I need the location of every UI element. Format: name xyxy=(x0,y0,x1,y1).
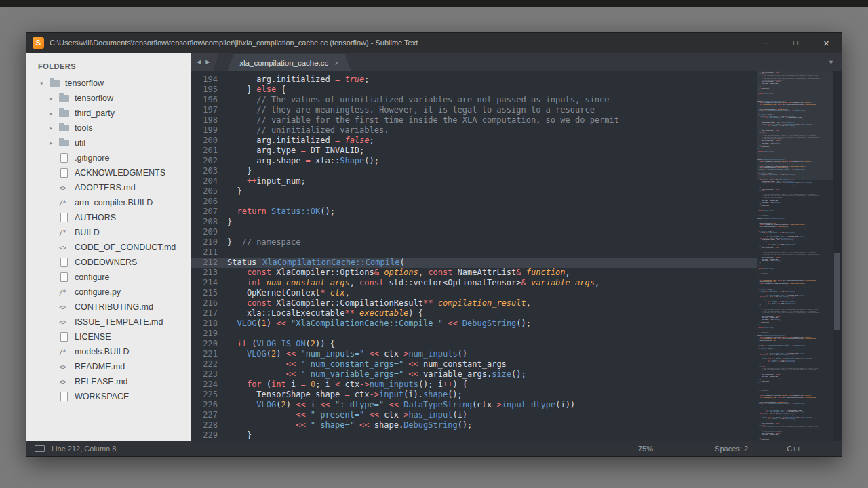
status-zoom[interactable]: 75% xyxy=(638,441,653,456)
line-number[interactable]: 200 xyxy=(191,136,218,146)
tree-item-README.md[interactable]: <>README.md xyxy=(26,359,191,374)
code-line[interactable]: 199 // uninitialized variables. xyxy=(191,125,757,136)
code-line[interactable]: 223 << " num_variable_args=" << variable… xyxy=(191,369,757,380)
line-number[interactable]: 207 xyxy=(191,207,218,217)
tab-xla-compilation-cache[interactable]: xla_compilation_cache.cc × xyxy=(227,54,351,71)
code-line[interactable]: 224 for (int i = 0; i < ctx->num_inputs(… xyxy=(191,380,757,390)
code-line[interactable]: 215 OpKernelContext* ctx, xyxy=(191,288,757,298)
expand-arrow-icon[interactable]: ▸ xyxy=(50,125,59,131)
line-number[interactable]: 208 xyxy=(191,217,218,227)
line-number[interactable]: 223 xyxy=(191,369,218,380)
tree-item-WORKSPACE[interactable]: WORKSPACE xyxy=(26,389,191,404)
code-line[interactable]: 206 xyxy=(191,197,757,207)
code-line[interactable]: 208} xyxy=(191,217,757,227)
code-line[interactable]: 203 } xyxy=(191,166,757,176)
line-number[interactable]: 224 xyxy=(191,380,218,390)
tree-item-ACKNOWLEDGMENTS[interactable]: ACKNOWLEDGMENTS xyxy=(26,165,191,180)
line-number[interactable]: 213 xyxy=(191,268,218,278)
code-line[interactable]: 220 if (VLOG_IS_ON(2)) { xyxy=(191,339,757,349)
line-number[interactable]: 217 xyxy=(191,308,218,319)
tree-item-tensorflow[interactable]: ▸tensorflow xyxy=(26,91,191,106)
tree-item-CODE_OF_CONDUCT.md[interactable]: <>CODE_OF_CONDUCT.md xyxy=(26,240,191,255)
tree-item-RELEASE.md[interactable]: <>RELEASE.md xyxy=(26,374,191,389)
nav-back-icon[interactable]: ◀ xyxy=(197,59,201,65)
line-number[interactable]: 228 xyxy=(191,420,218,430)
tree-item-models.BUILD[interactable]: /*models.BUILD xyxy=(26,344,191,359)
scrollbar[interactable] xyxy=(833,71,842,441)
code-line[interactable]: 196 // The values of uninitialized varia… xyxy=(191,95,757,105)
tree-item-util[interactable]: ▸util xyxy=(26,136,191,150)
code-line[interactable]: 197 // they are meaningless. However, it… xyxy=(191,105,757,115)
code-line[interactable]: 222 << " num_constant_args=" << num_cons… xyxy=(191,359,757,369)
code-line[interactable]: 227 << " present=" << ctx->has_input(i) xyxy=(191,410,757,420)
code-line[interactable]: 226 VLOG(2) << i << ": dtype=" << DataTy… xyxy=(191,400,757,410)
title-bar[interactable]: S C:\Users\will\Documents\tensorflow\ten… xyxy=(26,33,842,53)
line-number[interactable]: 227 xyxy=(191,410,218,420)
line-number[interactable]: 194 xyxy=(191,75,218,85)
maximize-button[interactable]: □ xyxy=(781,33,811,53)
code-line[interactable]: 213 const XlaCompiler::Options& options,… xyxy=(191,268,757,278)
line-number[interactable]: 212 xyxy=(191,258,218,268)
status-indentation[interactable]: Spaces: 2 xyxy=(715,441,748,456)
code-line[interactable]: 228 << " shape=" << shape.DebugString(); xyxy=(191,420,757,430)
line-number[interactable]: 210 xyxy=(191,237,218,247)
collapse-arrow-icon[interactable]: ▾ xyxy=(40,80,50,87)
line-number[interactable]: 218 xyxy=(191,319,218,329)
line-number[interactable]: 197 xyxy=(191,105,218,115)
overflow-dropdown-icon[interactable]: ▼ xyxy=(828,59,834,66)
line-number[interactable]: 215 xyxy=(191,288,218,298)
code-line[interactable]: 207 return Status::OK(); xyxy=(191,207,757,217)
tree-item-CONTRIBUTING.md[interactable]: <>CONTRIBUTING.md xyxy=(26,300,191,314)
code-line[interactable]: 210} // namespace xyxy=(191,237,757,247)
line-number[interactable]: 196 xyxy=(191,95,218,105)
tree-item-configure[interactable]: configure xyxy=(26,270,191,285)
tree-item-AUTHORS[interactable]: AUTHORS xyxy=(26,210,191,225)
tree-item-tools[interactable]: ▸tools xyxy=(26,121,191,136)
code-line[interactable]: 225 TensorShape shape = ctx->input(i).sh… xyxy=(191,390,757,400)
code-area[interactable]: 194 arg.initialized = true;195 } else {1… xyxy=(191,71,757,441)
minimap-viewport[interactable] xyxy=(757,71,833,180)
line-number[interactable]: 226 xyxy=(191,400,218,410)
line-number[interactable]: 199 xyxy=(191,125,218,136)
code-line[interactable]: 195 } else { xyxy=(191,85,757,95)
code-line[interactable]: 229 } xyxy=(191,430,757,441)
line-number[interactable]: 198 xyxy=(191,115,218,125)
tree-item-ISSUE_TEMPLATE.md[interactable]: <>ISSUE_TEMPLATE.md xyxy=(26,314,191,329)
line-number[interactable]: 221 xyxy=(191,349,218,359)
line-number[interactable]: 209 xyxy=(191,227,218,237)
code-line[interactable]: 204 ++input_num; xyxy=(191,176,757,186)
line-number[interactable]: 219 xyxy=(191,329,218,339)
line-number[interactable]: 204 xyxy=(191,176,218,186)
line-number[interactable]: 201 xyxy=(191,146,218,156)
expand-arrow-icon[interactable]: ▸ xyxy=(50,95,59,102)
line-number[interactable]: 205 xyxy=(191,186,218,197)
tree-item-BUILD[interactable]: /*BUILD xyxy=(26,225,191,240)
line-number[interactable]: 202 xyxy=(191,156,218,166)
tree-item-LICENSE[interactable]: LICENSE xyxy=(26,329,191,344)
expand-arrow-icon[interactable]: ▸ xyxy=(50,110,59,117)
code-line[interactable]: 212Status XlaCompilationCache::Compile( xyxy=(191,258,757,268)
status-syntax[interactable]: C++ xyxy=(787,441,801,456)
tree-item-configure.py[interactable]: /*configure.py xyxy=(26,285,191,300)
tab-close-icon[interactable]: × xyxy=(334,59,338,67)
code-line[interactable]: 217 xla::LocalExecutable** executable) { xyxy=(191,308,757,319)
code-line[interactable]: 216 const XlaCompiler::CompilationResult… xyxy=(191,298,757,308)
line-number[interactable]: 206 xyxy=(191,197,218,207)
code-line[interactable]: 200 arg.initialized = false; xyxy=(191,136,757,146)
tree-item-third_party[interactable]: ▸third_party xyxy=(26,106,191,121)
tree-item-CODEOWNERS[interactable]: CODEOWNERS xyxy=(26,255,191,270)
minimap[interactable]: arg.initialized = true; } else { // The … xyxy=(757,71,833,441)
code-line[interactable]: 202 arg.shape = xla::Shape(); xyxy=(191,156,757,166)
line-number[interactable]: 222 xyxy=(191,359,218,369)
code-line[interactable]: 201 arg.type = DT_INVALID; xyxy=(191,146,757,156)
code-line[interactable]: 219 xyxy=(191,329,757,339)
expand-arrow-icon[interactable]: ▸ xyxy=(50,140,59,146)
code-line[interactable]: 194 arg.initialized = true; xyxy=(191,75,757,85)
code-line[interactable]: 218 VLOG(1) << "XlaCompilationCache::Com… xyxy=(191,319,757,329)
minimize-button[interactable]: ─ xyxy=(750,33,781,53)
nav-forward-icon[interactable]: ▶ xyxy=(205,59,210,65)
scrollbar-thumb[interactable] xyxy=(834,253,840,330)
tree-item-.gitignore[interactable]: .gitignore xyxy=(26,150,191,165)
line-number[interactable]: 229 xyxy=(191,430,218,441)
tree-item-ADOPTERS.md[interactable]: <>ADOPTERS.md xyxy=(26,180,191,195)
